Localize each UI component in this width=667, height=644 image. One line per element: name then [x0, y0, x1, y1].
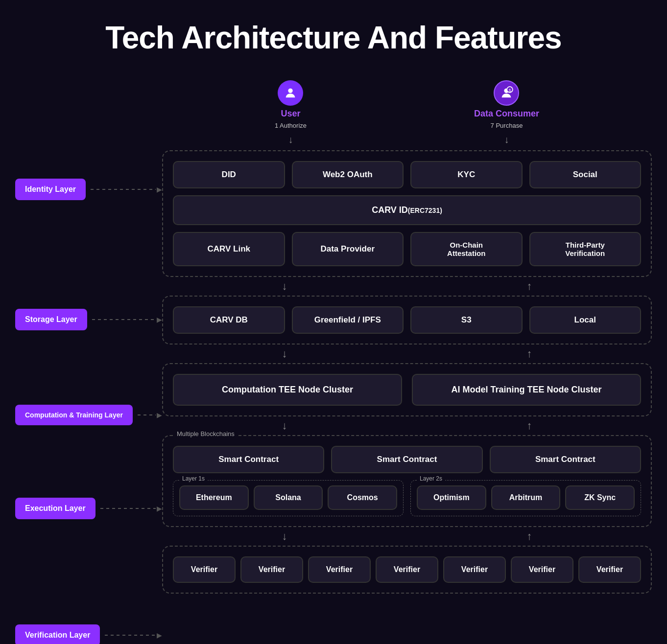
layer2s-group: Layer 2s Optimism Arbitrum ZK Sync: [410, 480, 641, 516]
storage-row: CARV DB Greenfield / IPFS S3 Local: [173, 306, 641, 334]
data-provider-box: Data Provider: [292, 232, 404, 266]
computation-panel: Computation TEE Node Cluster AI Model Tr…: [162, 363, 652, 416]
smart-contract-2: Smart Contract: [331, 446, 482, 473]
right-diagram: DID Web2 OAuth KYC Social CARV ID(ERC723…: [162, 150, 652, 644]
greenfield-box: Greenfield / IPFS: [292, 306, 404, 334]
identity-row1: DID Web2 OAuth KYC Social: [173, 161, 641, 188]
user-icon: [278, 80, 303, 106]
user-step: 1 Authorize: [275, 122, 307, 129]
storage-computation-arrows: ↓ ↑: [162, 345, 652, 363]
user-actor: User 1 Authorize ↓: [275, 80, 307, 145]
verification-arrow-icon: ▶: [157, 631, 162, 639]
user-label: User: [281, 109, 300, 119]
did-box: DID: [173, 161, 285, 188]
svg-text:$: $: [509, 89, 511, 93]
verification-layer-label-block: Verification Layer ▶: [15, 624, 162, 644]
arbitrum-box: Arbitrum: [491, 485, 561, 510]
identity-layer-label: Identity Layer: [15, 179, 86, 200]
computation-tee-box: Computation TEE Node Cluster: [173, 374, 402, 406]
local-box: Local: [529, 306, 642, 334]
carv-db-box: CARV DB: [173, 306, 285, 334]
storage-layer-label: Storage Layer: [15, 309, 87, 330]
verification-layer-label: Verification Layer: [15, 624, 100, 644]
s3-box: S3: [410, 306, 523, 334]
third-party-box: Third-PartyVerification: [529, 232, 642, 266]
computation-layer-label: Computation & Training Layer: [15, 405, 133, 425]
storage-layer-label-block: Storage Layer ▶: [15, 309, 162, 330]
on-chain-box: On-ChainAttestation: [410, 232, 523, 266]
identity-arrow-icon: ▶: [157, 185, 162, 193]
web2oauth-box: Web2 OAuth: [292, 161, 404, 188]
cosmos-box: Cosmos: [328, 485, 397, 510]
consumer-actor: $ Data Consumer 7 Purchase ↓: [474, 80, 539, 145]
left-labels: Identity Layer ▶ Storage Layer ▶ Computa…: [15, 150, 162, 644]
verifier-2: Verifier: [240, 556, 303, 583]
execution-panel: Multiple Blockchains Smart Contract Smar…: [162, 435, 652, 527]
consumer-icon: $: [494, 80, 519, 106]
verifier-3: Verifier: [308, 556, 371, 583]
verification-panel: Verifier Verifier Verifier Verifier Veri…: [162, 546, 652, 594]
ethereum-box: Ethereum: [179, 485, 249, 510]
verifier-7: Verifier: [578, 556, 641, 583]
svg-point-0: [288, 89, 293, 93]
full-layout: Identity Layer ▶ Storage Layer ▶ Computa…: [15, 150, 652, 644]
verifier-row: Verifier Verifier Verifier Verifier Veri…: [173, 556, 641, 583]
computation-layer-label-block: Computation & Training Layer ▶: [15, 405, 162, 425]
identity-row2: CARV Link Data Provider On-ChainAttestat…: [173, 232, 641, 266]
social-box: Social: [529, 161, 642, 188]
smart-contract-1: Smart Contract: [173, 446, 324, 473]
ai-tee-box: AI Model Training TEE Node Cluster: [412, 374, 641, 406]
smart-contracts-row: Smart Contract Smart Contract Smart Cont…: [173, 446, 641, 473]
verifier-1: Verifier: [173, 556, 236, 583]
identity-layer-label-block: Identity Layer ▶: [15, 179, 162, 200]
verifier-4: Verifier: [376, 556, 438, 583]
zksync-box: ZK Sync: [565, 485, 635, 510]
page-container: Tech Architecture And Features User 1 Au…: [0, 0, 667, 644]
storage-arrow-icon: ▶: [157, 316, 162, 323]
kyc-box: KYC: [410, 161, 523, 188]
verifier-5: Verifier: [443, 556, 506, 583]
tee-row: Computation TEE Node Cluster AI Model Tr…: [173, 374, 641, 406]
execution-arrow-icon: ▶: [157, 505, 162, 512]
solana-box: Solana: [254, 485, 323, 510]
identity-storage-arrows: ↓ ↑: [162, 277, 652, 296]
layer1s-label: Layer 1s: [179, 475, 208, 482]
identity-panel: DID Web2 OAuth KYC Social CARV ID(ERC723…: [162, 150, 652, 277]
blockchain-groups: Layer 1s Ethereum Solana Cosmos Layer 2s…: [173, 480, 641, 516]
smart-contract-3: Smart Contract: [490, 446, 641, 473]
layer2s-label: Layer 2s: [417, 475, 445, 482]
consumer-step: 7 Purchase: [491, 122, 523, 129]
computation-arrow-icon: ▶: [157, 411, 162, 419]
carv-link-box: CARV Link: [173, 232, 285, 266]
consumer-label: Data Consumer: [474, 109, 539, 119]
optimism-box: Optimism: [417, 485, 486, 510]
multiple-blockchains-label: Multiple Blockchains: [173, 430, 238, 437]
layer1s-group: Layer 1s Ethereum Solana Cosmos: [173, 480, 404, 516]
storage-panel: CARV DB Greenfield / IPFS S3 Local: [162, 296, 652, 345]
carv-id-box: CARV ID(ERC7231): [173, 195, 641, 225]
execution-layer-label: Execution Layer: [15, 498, 95, 519]
execution-layer-label-block: Execution Layer ▶: [15, 498, 162, 519]
page-title: Tech Architecture And Features: [15, 20, 652, 56]
execution-verification-arrows: ↓ ↑: [162, 527, 652, 546]
verifier-6: Verifier: [511, 556, 573, 583]
